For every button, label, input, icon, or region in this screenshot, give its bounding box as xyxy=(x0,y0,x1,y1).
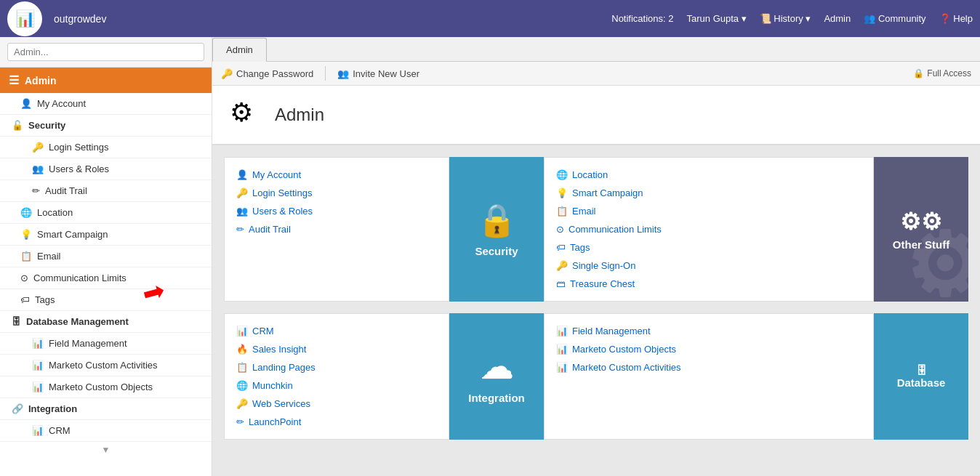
tags-icon: 🏷 xyxy=(20,294,30,305)
link-my-account[interactable]: 👤 My Account xyxy=(236,169,437,180)
marketo-objects-link-icon: 📊 xyxy=(556,344,568,355)
integration-tile[interactable]: ☁ Integration xyxy=(449,313,544,440)
sidebar-item-my-account[interactable]: 👤 My Account xyxy=(0,93,212,115)
link-treasure-chest[interactable]: 🗃 Treasure Chest xyxy=(556,278,861,289)
landing-pages-link-icon: 📋 xyxy=(236,362,248,373)
invite-icon: 👥 xyxy=(337,68,349,79)
sidebar-item-users-roles[interactable]: 👥 Users & Roles xyxy=(0,158,212,180)
sidebar-item-security[interactable]: 🔓 Security xyxy=(0,115,212,137)
sidebar-label-database-management: Database Management xyxy=(26,316,129,327)
history-menu[interactable]: 📜 History xyxy=(760,13,811,24)
sidebar-item-database-management[interactable]: 🗄 Database Management xyxy=(0,311,212,333)
my-account-link-icon: 👤 xyxy=(236,169,248,180)
toolbar: 🔑 Change Password 👥 Invite New User 🔒 Fu… xyxy=(212,62,980,86)
app-logo[interactable]: 📊 xyxy=(7,1,42,36)
grid-row-2: 📊 CRM 🔥 Sales Insight 📋 Landing Pages 🌐 … xyxy=(224,313,968,440)
sidebar-label-tags: Tags xyxy=(35,294,55,305)
other-stuff-tile-label: Other Stuff xyxy=(893,238,949,251)
workspace-name: outgrowdev xyxy=(51,13,106,25)
tags-link-icon: 🏷 xyxy=(556,242,566,253)
link-sales-insight[interactable]: 🔥 Sales Insight xyxy=(236,344,437,355)
sidebar-item-audit-trail[interactable]: ✏ Audit Trail xyxy=(0,180,212,202)
link-users-roles[interactable]: 👥 Users & Roles xyxy=(236,206,437,217)
link-tags[interactable]: 🏷 Tags xyxy=(556,242,861,253)
security-tile[interactable]: 🔒 Security xyxy=(449,157,544,302)
security-tile-icon: 🔒 xyxy=(477,201,517,239)
other-stuff-tile[interactable]: ⚙ ⚙⚙ Other Stuff xyxy=(874,157,968,302)
community-link[interactable]: 👥 Community xyxy=(864,13,925,24)
link-landing-pages[interactable]: 📋 Landing Pages xyxy=(236,362,437,373)
notifications-link[interactable]: Notifications: 2 xyxy=(611,13,673,24)
audit-trail-icon: ✏ xyxy=(32,185,40,196)
sidebar-item-tags[interactable]: 🏷 Tags xyxy=(0,289,212,311)
sidebar-item-marketo-custom-activities[interactable]: 📊 Marketo Custom Activities xyxy=(0,355,212,376)
link-smart-campaign[interactable]: 💡 Smart Campaign xyxy=(556,187,861,198)
link-crm[interactable]: 📊 CRM xyxy=(236,326,437,336)
sidebar-item-crm[interactable]: 📊 CRM xyxy=(0,420,212,442)
my-account-panel: 👤 My Account 🔑 Login Settings 👥 Users & … xyxy=(224,157,449,302)
top-nav: 📊 outgrowdev Notifications: 2 Tarun Gupt… xyxy=(0,0,980,37)
admin-tab-bar: Admin xyxy=(212,37,980,62)
sidebar-search xyxy=(0,37,212,68)
sidebar-item-location[interactable]: 🌐 Location xyxy=(0,202,212,224)
sidebar-item-communication-limits[interactable]: ⊙ Communication Limits xyxy=(0,267,212,289)
change-password-button[interactable]: 🔑 Change Password xyxy=(221,68,313,79)
link-launchpoint[interactable]: ✏ LaunchPoint xyxy=(236,416,437,427)
users-roles-link-icon: 👥 xyxy=(236,206,248,217)
sidebar-item-field-management[interactable]: 📊 Field Management xyxy=(0,333,212,355)
sidebar-search-input[interactable] xyxy=(7,43,204,61)
sidebar-item-login-settings[interactable]: 🔑 Login Settings xyxy=(0,137,212,158)
top-nav-links: Notifications: 2 Tarun Gupta 📜 History A… xyxy=(611,13,973,24)
link-single-sign-on[interactable]: 🔑 Single Sign-On xyxy=(556,260,861,271)
admin-tab[interactable]: Admin xyxy=(212,38,267,62)
custom-activities-icon: 📊 xyxy=(32,360,44,371)
sidebar-item-marketo-custom-objects[interactable]: 📊 Marketo Custom Objects xyxy=(0,376,212,398)
sidebar-item-smart-campaign[interactable]: 💡 Smart Campaign xyxy=(0,224,212,246)
sidebar-item-integration[interactable]: 🔗 Integration xyxy=(0,398,212,420)
sidebar-label-my-account: My Account xyxy=(37,98,86,109)
sidebar-label-users-roles: Users & Roles xyxy=(49,164,109,174)
link-marketo-custom-activities[interactable]: 📊 Marketo Custom Activities xyxy=(556,362,861,373)
page-header: ⚙ Admin xyxy=(212,86,980,145)
admin-link[interactable]: Admin xyxy=(824,13,851,24)
link-marketo-custom-objects[interactable]: 📊 Marketo Custom Objects xyxy=(556,344,861,355)
link-communication-limits[interactable]: ⊙ Communication Limits xyxy=(556,224,861,235)
help-link[interactable]: ❓ Help xyxy=(939,13,973,24)
invite-new-user-button[interactable]: 👥 Invite New User xyxy=(337,68,419,79)
sidebar-item-email[interactable]: 📋 Email xyxy=(0,246,212,267)
change-password-label: Change Password xyxy=(236,68,313,79)
munchkin-link-icon: 🌐 xyxy=(236,380,248,391)
database-links-panel: 📊 Field Management 📊 Marketo Custom Obje… xyxy=(544,313,874,440)
sidebar-scroll-indicator: ▼ xyxy=(0,442,212,458)
user-menu[interactable]: Tarun Gupta xyxy=(687,13,747,24)
invite-label: Invite New User xyxy=(353,68,419,79)
link-audit-trail[interactable]: ✏ Audit Trail xyxy=(236,224,437,235)
location-icon: 🌐 xyxy=(20,207,32,218)
link-login-settings[interactable]: 🔑 Login Settings xyxy=(236,187,437,198)
database-tile[interactable]: 🗄 Database xyxy=(874,313,968,440)
link-location[interactable]: 🌐 Location xyxy=(556,169,861,180)
page-title: Admin xyxy=(275,105,324,125)
launchpoint-link-icon: ✏ xyxy=(236,416,244,427)
sidebar-section-header[interactable]: ☰ Admin xyxy=(0,68,212,93)
sidebar-label-crm: CRM xyxy=(49,425,71,436)
sidebar-label-integration: Integration xyxy=(28,403,77,414)
toolbar-separator xyxy=(325,66,326,81)
smart-campaign-icon: 💡 xyxy=(20,229,32,240)
email-link-icon: 📋 xyxy=(556,206,568,217)
sidebar-label-email: Email xyxy=(37,251,61,262)
right-panel-top: 🌐 Location 💡 Smart Campaign 📋 Email ⊙ Co… xyxy=(544,157,874,302)
marketo-activities-link-icon: 📊 xyxy=(556,362,568,373)
login-settings-link-icon: 🔑 xyxy=(236,187,248,198)
location-link-icon: 🌐 xyxy=(556,169,568,180)
link-field-management[interactable]: 📊 Field Management xyxy=(556,326,861,336)
security-expand-icon: 🔓 xyxy=(12,120,23,131)
link-email[interactable]: 📋 Email xyxy=(556,206,861,217)
integration-expand-icon: 🔗 xyxy=(12,403,23,414)
integration-tile-label: Integration xyxy=(468,392,525,404)
content-area: Admin 🔑 Change Password 👥 Invite New Use… xyxy=(212,37,980,476)
field-mgmt-link-icon: 📊 xyxy=(556,326,568,336)
link-munchkin[interactable]: 🌐 Munchkin xyxy=(236,380,437,391)
link-web-services[interactable]: 🔑 Web Services xyxy=(236,398,437,409)
sidebar-section-title: Admin xyxy=(25,75,57,86)
